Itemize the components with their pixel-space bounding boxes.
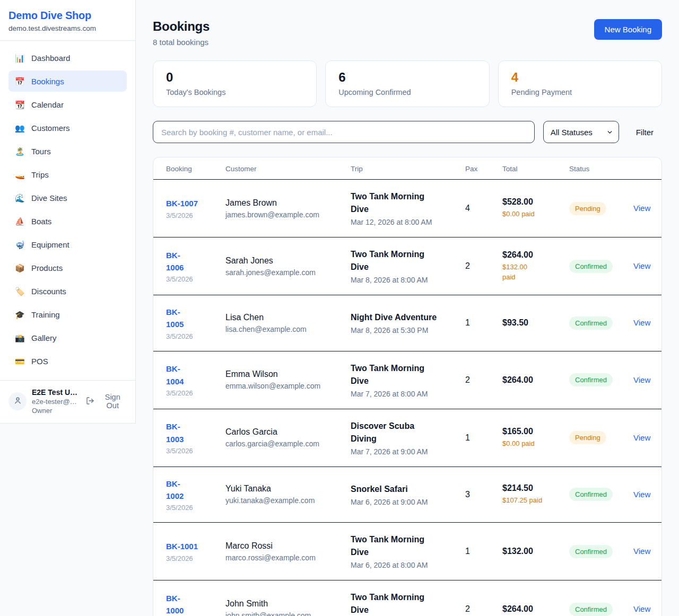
sidebar-item-label: Products <box>31 263 63 272</box>
sidebar-item-label: Dashboard <box>31 54 70 63</box>
view-link[interactable]: View <box>633 604 650 613</box>
stat-label: Today's Bookings <box>166 88 303 96</box>
customer-name: Marco Rossi <box>225 541 345 551</box>
pax-cell: 2 <box>465 251 502 281</box>
new-booking-button[interactable]: New Booking <box>594 19 662 40</box>
booking-date: 3/5/2026 <box>166 504 220 512</box>
status-badge: Confirmed <box>569 603 613 616</box>
booking-link[interactable]: BK- 1006 <box>166 249 184 274</box>
stat-value: 4 <box>511 70 649 85</box>
pax-value: 2 <box>465 261 470 270</box>
total-cell: $93.50 <box>502 307 569 338</box>
booking-date: 3/5/2026 <box>166 212 220 219</box>
total-amount: $214.50 <box>502 483 564 493</box>
customer-email: john.smith@example.com <box>225 611 345 616</box>
customer-email: emma.wilson@example.com <box>225 382 345 390</box>
table-row: BK- 1005 3/5/2026 Lisa Chen lisa.chen@ex… <box>153 295 661 351</box>
booking-link[interactable]: BK- 1004 <box>166 363 184 388</box>
trip-name: Snorkel Safari <box>351 483 460 496</box>
pax-value: 4 <box>465 204 470 213</box>
booking-link[interactable]: BK- 1000 <box>166 592 184 616</box>
customer-email: marco.rossi@example.com <box>225 553 345 562</box>
pax-cell: 1 <box>465 307 502 338</box>
sidebar-item-discounts[interactable]: 🏷️Discounts <box>8 280 127 302</box>
user-info: E2E Test U… e2e-tester@… Owner <box>32 388 81 415</box>
actions-cell: View <box>633 307 656 338</box>
trip-name: Night Dive Adventure <box>351 311 460 324</box>
stats-row: 0 Today's Bookings 6 Upcoming Confirmed … <box>153 60 662 107</box>
filter-button[interactable]: Filter <box>628 128 662 137</box>
booking-cell: BK-1007 3/5/2026 <box>166 187 225 230</box>
customer-name: Carlos Garcia <box>225 427 345 437</box>
view-link[interactable]: View <box>633 547 650 556</box>
sidebar-item-calendar[interactable]: 📆Calendar <box>8 94 127 115</box>
customer-cell: Lisa Chen lisa.chen@example.com <box>225 302 351 344</box>
sidebar: Demo Dive Shop demo.test.divestreams.com… <box>0 0 136 424</box>
column-header-customer: Customer <box>225 157 351 179</box>
booking-link[interactable]: BK-1001 <box>166 540 198 552</box>
trip-cell: Night Dive Adventure Mar 8, 2026 at 5:30… <box>351 301 465 345</box>
status-cell: Confirmed <box>569 306 633 340</box>
sidebar-item-trips[interactable]: 🚤Trips <box>8 164 127 185</box>
booking-date: 3/5/2026 <box>166 389 220 397</box>
boats-icon: ⛵ <box>15 217 24 225</box>
sidebar-item-dashboard[interactable]: 📊Dashboard <box>8 47 127 68</box>
sidebar-item-boats[interactable]: ⛵Boats <box>8 210 127 232</box>
sidebar-item-label: Calendar <box>31 100 64 109</box>
booking-link[interactable]: BK- 1005 <box>166 306 184 331</box>
total-cell: $264.00 $132.00 paid <box>502 240 569 293</box>
customer-name: Lisa Chen <box>225 313 345 322</box>
pax-value: 1 <box>465 318 470 327</box>
stat-card-upcoming-confirmed: 6 Upcoming Confirmed <box>325 60 489 107</box>
sign-out-button[interactable]: Sign Out <box>86 393 127 410</box>
sidebar-header: Demo Dive Shop demo.test.divestreams.com <box>0 0 135 41</box>
booking-date: 3/5/2026 <box>166 332 220 340</box>
status-filter-select[interactable]: All Statuses <box>543 121 619 143</box>
status-badge: Confirmed <box>569 545 613 558</box>
sidebar-item-customers[interactable]: 👥Customers <box>8 117 127 138</box>
sidebar-item-equipment[interactable]: 🤿Equipment <box>8 234 127 255</box>
sidebar-item-pos[interactable]: 💳POS <box>8 350 127 372</box>
booking-link[interactable]: BK- 1003 <box>166 420 184 445</box>
status-cell: Confirmed <box>569 249 633 284</box>
actions-cell: View <box>633 594 656 616</box>
trip-datetime: Mar 7, 2026 at 8:00 AM <box>351 390 460 398</box>
sidebar-item-training[interactable]: 🎓Training <box>8 304 127 325</box>
view-link[interactable]: View <box>633 375 650 384</box>
total-cell: $264.00 <box>502 365 569 395</box>
sidebar-item-bookings[interactable]: 📅Bookings <box>8 71 127 92</box>
status-filter-wrap: All Statuses <box>543 121 619 143</box>
page-header: Bookings 8 total bookings New Booking <box>153 19 662 47</box>
view-link[interactable]: View <box>633 490 650 499</box>
pax-value: 3 <box>465 490 470 499</box>
view-link[interactable]: View <box>633 433 650 442</box>
booking-cell: BK- 1004 3/5/2026 <box>166 352 225 408</box>
view-link[interactable]: View <box>633 261 650 270</box>
sidebar-item-tours[interactable]: 🏝️Tours <box>8 140 127 162</box>
trip-name: Two Tank Morning Dive <box>351 362 460 388</box>
column-header-status: Status <box>569 157 633 179</box>
view-link[interactable]: View <box>633 204 650 213</box>
customer-cell: James Brown james.brown@example.com <box>225 188 351 230</box>
paid-amount: $132.00 paid <box>502 262 564 283</box>
page-title: Bookings <box>153 19 210 34</box>
sidebar-item-label: Bookings <box>31 77 64 86</box>
trip-cell: Two Tank Morning Dive Mar 12, 2026 at 8:… <box>351 180 465 237</box>
sidebar-nav: 📊Dashboard📅Bookings📆Calendar👥Customers🏝️… <box>0 41 135 380</box>
customer-email: sarah.jones@example.com <box>225 268 345 277</box>
booking-link[interactable]: BK- 1002 <box>166 478 184 503</box>
view-link[interactable]: View <box>633 318 650 327</box>
sidebar-item-products[interactable]: 📦Products <box>8 257 127 278</box>
total-amount: $264.00 <box>502 250 564 260</box>
booking-link[interactable]: BK-1007 <box>166 197 198 209</box>
search-input[interactable] <box>153 121 535 143</box>
sidebar-item-dive-sites[interactable]: 🌊Dive Sites <box>8 187 127 208</box>
trip-name: Two Tank Morning Dive <box>351 533 460 559</box>
customer-email: yuki.tanaka@example.com <box>225 496 345 505</box>
booking-date: 3/5/2026 <box>166 555 220 562</box>
page-subtitle: 8 total bookings <box>153 38 210 47</box>
sidebar-item-gallery[interactable]: 📸Gallery <box>8 327 127 348</box>
pos-icon: 💳 <box>15 357 24 365</box>
booking-cell: BK- 1005 3/5/2026 <box>166 295 225 351</box>
booking-cell: BK-1001 3/5/2026 <box>166 530 225 573</box>
